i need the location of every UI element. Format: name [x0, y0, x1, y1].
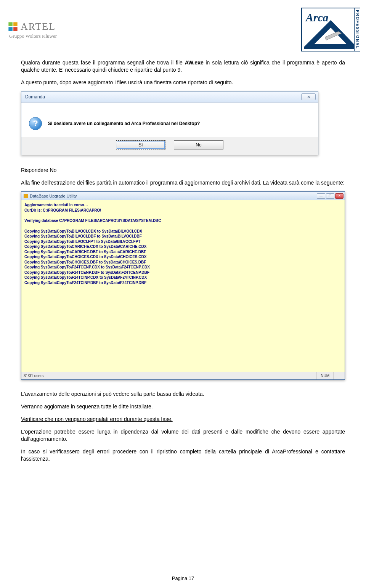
status-cell-empty — [333, 372, 342, 379]
dialog-message: Si desidera avere un collegamento ad Arc… — [48, 121, 200, 126]
paragraph-9: In caso si verificassero degli errori pr… — [21, 448, 345, 463]
log-line: Aggiornamento tracciati in corso… — [24, 202, 342, 208]
dialog-domanda: Domanda ✕ ? Si desidera avere un collega… — [21, 92, 318, 155]
artel-logo-icon — [8, 21, 18, 32]
close-icon: ✕ — [307, 95, 310, 100]
db-title: DataBase Upgrade Utility — [30, 194, 77, 198]
dialog-title: Domanda — [25, 94, 45, 100]
svg-rect-0 — [8, 22, 12, 26]
log-line: Copying SysData\CopyTo\BILVOCI.FPT to Sy… — [24, 239, 342, 244]
minimize-button[interactable]: — — [317, 193, 325, 199]
svg-rect-2 — [8, 27, 12, 31]
log-line: Copying SysData\CopyTo\CARICHE.DBF to Sy… — [24, 249, 342, 255]
paragraph-1: Qualora durante questa fase il programma… — [21, 59, 345, 74]
dialog-no-button[interactable]: No — [174, 140, 223, 149]
paragraph-8: L'operazione potrebbe essere lunga in di… — [21, 428, 345, 443]
artel-subtitle: Gruppo Wolters Kluwer — [9, 33, 57, 39]
artel-logo: ARTEL Gruppo Wolters Kluwer — [8, 21, 57, 39]
log-line: CurDir is: C:\PROGRAM FILES\ARCAPRO\ — [24, 208, 342, 213]
db-upgrade-window: DataBase Upgrade Utility — ▢ ✕ Aggiornam… — [21, 191, 345, 380]
dialog-titlebar: Domanda ✕ — [21, 92, 318, 103]
log-line: Copying SysData\CopyTo\BILVOCI.CDX to Sy… — [24, 229, 342, 234]
log-line: Verifying database C:\PROGRAM FILES\ARCA… — [24, 218, 342, 223]
log-line: Copying SysData\CopyTo\CHOICES.DBF to Sy… — [24, 260, 342, 265]
paragraph-4: Alla fine dell'estrazione dei files part… — [21, 179, 345, 186]
db-statusbar: 31/31 users NUM — [21, 372, 345, 379]
app-icon — [24, 194, 28, 198]
page-footer: Pagina 17 — [0, 575, 366, 581]
artel-name: ARTEL — [21, 21, 56, 32]
log-line: Copying SysData\CopyTo\F24TCENP.DBF to S… — [24, 270, 342, 275]
paragraph-7: Verificare che non vengano segnalati err… — [21, 416, 345, 423]
log-line: Copying SysData\CopyTo\CARICHE.CDX to Sy… — [24, 244, 342, 249]
question-icon: ? — [29, 117, 42, 130]
log-line: Copying SysData\CopyTo\CHOICES.CDX to Sy… — [24, 254, 342, 260]
log-line: Copying SysData\CopyTo\F24TCENP.CDX to S… — [24, 265, 342, 270]
status-users: 31/31 users — [24, 374, 43, 378]
svg-rect-3 — [13, 27, 17, 31]
paragraph-6: Verranno aggiornate in sequenza tutte le… — [21, 403, 345, 410]
paragraph-3: Rispondere No — [21, 167, 345, 174]
dialog-yes-button[interactable]: Sì — [116, 140, 165, 149]
close-button[interactable]: ✕ — [335, 193, 344, 199]
svg-text:Arca: Arca — [305, 11, 329, 24]
arca-logo-icon: Arca — [304, 10, 357, 49]
db-titlebar: DataBase Upgrade Utility — ▢ ✕ — [21, 192, 345, 200]
maximize-button[interactable]: ▢ — [326, 193, 334, 199]
page-header: ARTEL Gruppo Wolters Kluwer Arca PROFESS… — [6, 8, 360, 51]
arca-logo: Arca PROFESSIONAL — [301, 8, 360, 51]
status-num: NUM — [316, 372, 333, 379]
log-line: Copying SysData\CopyTo\F24TCINP.CDX to S… — [24, 275, 342, 280]
arca-professional-label: PROFESSIONAL — [354, 8, 360, 51]
log-line: Copying SysData\CopyTo\F24TCINP.DBF to S… — [24, 280, 342, 286]
paragraph-2: A questo punto, dopo avere aggiornato i … — [21, 79, 345, 86]
svg-rect-1 — [13, 22, 17, 26]
log-line: Copying SysData\CopyTo\BILVOCI.DBF to Sy… — [24, 234, 342, 239]
db-log-body: Aggiornamento tracciati in corso…CurDir … — [21, 200, 345, 372]
paragraph-5: L'avanzamento delle operazioni si può ve… — [21, 390, 345, 398]
dialog-close-button[interactable]: ✕ — [301, 93, 316, 100]
